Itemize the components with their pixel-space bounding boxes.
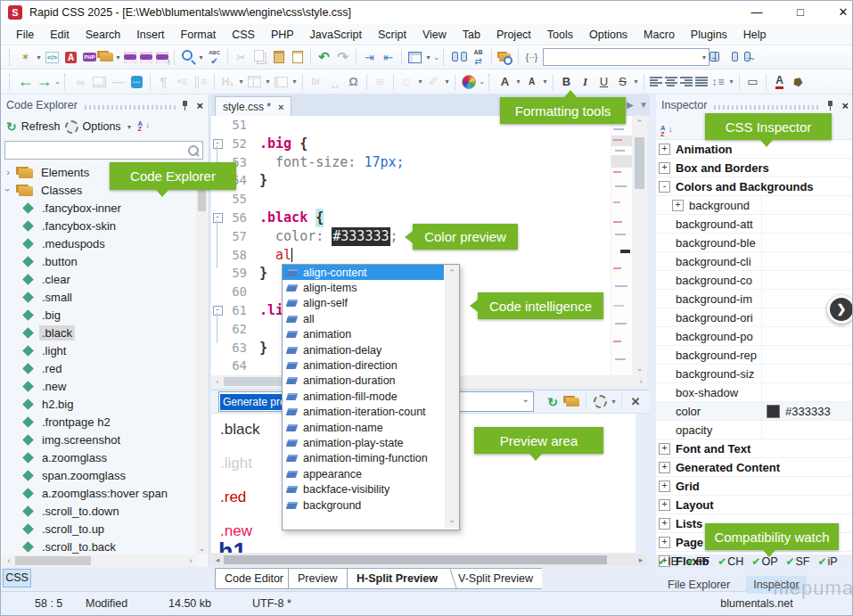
gear-icon[interactable]: [65, 120, 78, 134]
tab-list-icon[interactable]: ▼: [639, 100, 648, 110]
italic-icon[interactable]: [576, 73, 595, 91]
property-row[interactable]: opacity: [656, 421, 853, 439]
font-color-icon[interactable]: [770, 73, 789, 91]
special-character-icon[interactable]: [344, 73, 363, 91]
comment-icon[interactable]: [127, 73, 146, 91]
menu-file[interactable]: File: [8, 29, 42, 41]
tab-preview[interactable]: Preview: [288, 568, 347, 589]
clipboard-icon[interactable]: [288, 48, 307, 66]
options-button[interactable]: Options: [83, 120, 121, 133]
php-document-icon[interactable]: [80, 48, 99, 66]
fold-collapse-icon[interactable]: [213, 213, 223, 223]
search-term-combobox[interactable]: [543, 48, 709, 66]
menu-format[interactable]: Format: [173, 29, 225, 41]
forward-icon[interactable]: [35, 73, 53, 91]
menu-php[interactable]: PHP: [263, 29, 302, 41]
indent-icon[interactable]: [360, 48, 379, 66]
autocomplete-item[interactable]: animation-iteration-count: [283, 405, 444, 420]
preview-horizontal-scrollbar[interactable]: ◂▸: [211, 554, 647, 566]
autocomplete-item[interactable]: background: [283, 497, 444, 513]
color-wheel-icon[interactable]: [459, 73, 478, 91]
editor-vertical-scrollbar[interactable]: ⌃ ⌄: [632, 116, 647, 375]
autocomplete-item[interactable]: animation: [283, 327, 444, 342]
find-previous-icon[interactable]: [711, 48, 730, 66]
color-preview-chip[interactable]: #333333: [332, 227, 390, 246]
panel-flyout-button[interactable]: ❯: [827, 295, 853, 324]
maximize-button[interactable]: □: [787, 4, 814, 21]
font-increase-icon[interactable]: [496, 73, 514, 91]
panel-views-icon[interactable]: [406, 48, 424, 66]
toolbar-overflow-icon[interactable]: ⌄: [432, 48, 440, 66]
menu-macro[interactable]: Macro: [636, 29, 683, 41]
color-swatch[interactable]: [767, 405, 780, 418]
autocomplete-item[interactable]: appearance: [283, 466, 444, 481]
menu-search[interactable]: Search: [78, 29, 129, 41]
menu-tab[interactable]: Tab: [455, 29, 488, 41]
open-folder-menu[interactable]: ▾: [114, 48, 122, 66]
menu-options[interactable]: Options: [581, 29, 636, 41]
property-row[interactable]: background-rep: [656, 346, 853, 365]
menu-javascript[interactable]: JavaScript: [302, 29, 370, 41]
menu-css[interactable]: CSS: [224, 29, 263, 41]
new-document-menu[interactable]: ▾: [35, 48, 43, 66]
back-icon[interactable]: [16, 73, 35, 91]
nav-overflow-icon[interactable]: ⌄: [53, 73, 62, 91]
tree-class-item[interactable]: img.screenshot: [1, 431, 196, 448]
property-row[interactable]: background-po: [656, 327, 853, 346]
tree-class-item[interactable]: .fancybox-skin: [1, 217, 196, 234]
tab-code-editor[interactable]: Code Editor: [215, 568, 289, 589]
preview-settings-icon[interactable]: [590, 393, 610, 411]
line-spacing-menu[interactable]: ▾: [727, 73, 735, 91]
menu-insert[interactable]: Insert: [128, 29, 172, 41]
tree-class-item[interactable]: .button: [1, 252, 196, 270]
tree-class-item[interactable]: .fancybox-inner: [1, 199, 196, 217]
font-increase-menu[interactable]: ▾: [514, 73, 522, 91]
format-overflow-icon[interactable]: ⌄: [478, 73, 486, 91]
autocomplete-scrollbar[interactable]: ⌃ ⌄: [445, 265, 459, 528]
property-row[interactable]: background-co: [656, 271, 853, 290]
tree-class-item[interactable]: .new: [1, 377, 196, 395]
menu-script[interactable]: Script: [370, 29, 414, 41]
menu-project[interactable]: Project: [488, 29, 539, 41]
section-generated-content[interactable]: +Generated Content: [656, 458, 853, 477]
preview-folder-icon[interactable]: [562, 393, 582, 411]
close-panel-icon[interactable]: ×: [196, 99, 203, 112]
property-row-color[interactable]: color#333333: [656, 402, 853, 421]
underline-icon[interactable]: [595, 73, 613, 91]
refresh-button[interactable]: Refresh: [21, 120, 61, 133]
fold-collapse-icon[interactable]: [213, 139, 223, 149]
autocomplete-item[interactable]: animation-play-state: [283, 435, 444, 450]
autocomplete-item[interactable]: animation-timing-function: [283, 451, 444, 466]
explorer-search-input[interactable]: [4, 141, 203, 160]
close-button[interactable]: ✕: [830, 4, 853, 21]
preview-refresh-icon[interactable]: ↻: [543, 393, 562, 411]
fold-collapse-icon[interactable]: [213, 306, 223, 316]
autocomplete-item[interactable]: align-self: [283, 296, 444, 311]
save-icon[interactable]: [122, 48, 138, 66]
section-box-and-borders[interactable]: +Box and Borders: [656, 159, 853, 177]
property-row[interactable]: background-ble: [656, 234, 853, 252]
code-minimap[interactable]: [611, 116, 632, 375]
find-menu[interactable]: ▾: [197, 48, 205, 66]
menu-plugins[interactable]: Plugins: [683, 29, 735, 41]
refresh-icon[interactable]: ↻: [6, 119, 17, 134]
align-center-icon[interactable]: [663, 73, 678, 91]
strikethrough-menu[interactable]: ▾: [632, 73, 640, 91]
open-folder-icon[interactable]: [99, 48, 114, 66]
property-row[interactable]: background-ori: [656, 308, 853, 327]
minimize-button[interactable]: —: [743, 4, 770, 21]
tree-class-item[interactable]: .scroll_to.up: [1, 520, 196, 538]
find-icon[interactable]: [178, 48, 197, 66]
section-layout[interactable]: +Layout: [656, 496, 853, 514]
line-spacing-icon[interactable]: [709, 73, 727, 91]
autocomplete-item[interactable]: animation-fill-mode: [283, 389, 444, 404]
strikethrough-icon[interactable]: [613, 73, 632, 91]
property-row[interactable]: box-shadow: [656, 383, 853, 402]
tree-class-item[interactable]: .frontpage h2: [1, 413, 196, 431]
tree-class-item[interactable]: span.zoomglass: [1, 466, 196, 484]
autocomplete-item-selected[interactable]: align-content: [283, 265, 444, 280]
fill-color-icon[interactable]: [789, 73, 808, 91]
new-document-icon[interactable]: [16, 48, 35, 66]
find-binoculars-icon[interactable]: [450, 48, 469, 66]
undo-icon[interactable]: [315, 48, 333, 66]
